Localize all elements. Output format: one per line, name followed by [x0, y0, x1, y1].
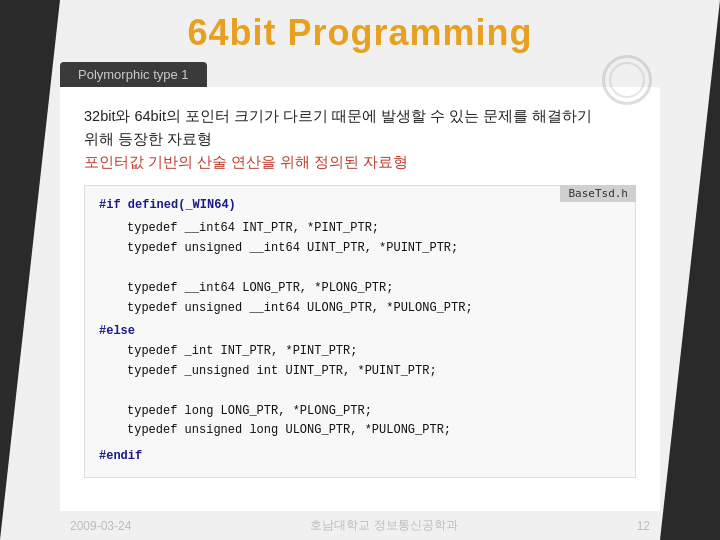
- slide-footer: 2009-03-24 호남대학교 정보통신공학과 12: [0, 511, 720, 540]
- tab-polymorphic-type[interactable]: Polymorphic type 1: [60, 62, 207, 87]
- slide: 64bit Programming Polymorphic type 1 32b…: [0, 0, 720, 540]
- slide-header: 64bit Programming: [0, 0, 720, 62]
- footer-school: 호남대학교 정보통신공학과: [310, 517, 457, 534]
- code-else-typedef4: typedef unsigned long ULONG_PTR, *PULONG…: [127, 421, 621, 441]
- intro-line2: 위해 등장한 자료형: [84, 131, 212, 147]
- code-else-line: #else: [99, 322, 621, 342]
- footer-date: 2009-03-24: [70, 519, 131, 533]
- code-else-typedef1: typedef _int INT_PTR, *PINT_PTR;: [127, 342, 621, 362]
- code-win64-typedef2: typedef unsigned __int64 UINT_PTR, *PUIN…: [127, 239, 621, 259]
- code-block: #if defined(_WIN64) typedef __int64 INT_…: [84, 185, 636, 478]
- right-triangle-deco: [660, 0, 720, 540]
- code-else-typedef2: typedef _unsigned int UINT_PTR, *PUINT_P…: [127, 362, 621, 382]
- circle-deco-inner: [609, 62, 645, 98]
- intro-line3: 포인터값 기반의 산술 연산을 위해 정의된 자료형: [84, 154, 408, 170]
- tab-bar: Polymorphic type 1: [60, 62, 660, 87]
- intro-paragraph: 32bit와 64bit의 포인터 크기가 다르기 때문에 발생할 수 있는 문…: [84, 105, 636, 175]
- code-win64-typedef1: typedef __int64 INT_PTR, *PINT_PTR;: [127, 219, 621, 239]
- code-ifdef-line: #if defined(_WIN64): [99, 196, 621, 216]
- code-win64-typedef3: typedef __int64 LONG_PTR, *PLONG_PTR;: [127, 279, 621, 299]
- basetsd-badge: BaseTsd.h: [560, 185, 636, 202]
- left-triangle-deco: [0, 0, 60, 540]
- code-win64-section: typedef __int64 INT_PTR, *PINT_PTR; type…: [99, 219, 621, 318]
- footer-page: 12: [637, 519, 650, 533]
- code-else-section: typedef _int INT_PTR, *PINT_PTR; typedef…: [99, 342, 621, 441]
- slide-title: 64bit Programming: [187, 12, 532, 53]
- code-win64-typedef4: typedef unsigned __int64 ULONG_PTR, *PUL…: [127, 299, 621, 319]
- code-block-wrapper: BaseTsd.h #if defined(_WIN64) typedef __…: [84, 185, 636, 478]
- code-else-typedef3: typedef long LONG_PTR, *PLONG_PTR;: [127, 402, 621, 422]
- intro-line1: 32bit와 64bit의 포인터 크기가 다르기 때문에 발생할 수 있는 문…: [84, 108, 592, 124]
- content-area: 32bit와 64bit의 포인터 크기가 다르기 때문에 발생할 수 있는 문…: [60, 87, 660, 511]
- code-endif-line: #endif: [99, 447, 621, 467]
